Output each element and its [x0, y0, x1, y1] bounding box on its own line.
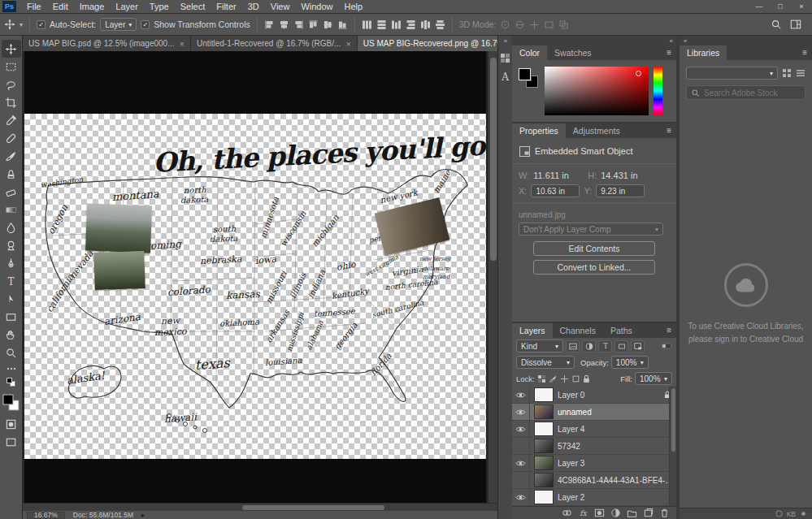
minimize-button[interactable]: —	[749, 0, 770, 13]
delete-layer-icon[interactable]	[659, 508, 670, 518]
convert-to-linked-button[interactable]: Convert to Linked...	[533, 260, 655, 275]
edit-contents-button[interactable]: Edit Contents	[533, 241, 655, 256]
menu-filter[interactable]: Filter	[211, 0, 241, 13]
menu-type[interactable]: Type	[144, 0, 175, 13]
layer-thumbnail[interactable]	[535, 405, 553, 418]
layer-name[interactable]: unnamed	[558, 408, 676, 417]
move-tool-preset-icon[interactable]	[4, 19, 15, 30]
filter-pixel-layers-icon[interactable]	[566, 340, 580, 352]
y-position-field[interactable]: 9.23 in	[596, 184, 645, 197]
layer-name[interactable]: 57342	[558, 442, 676, 451]
tool-preset-dropdown-icon[interactable]: ▾	[20, 21, 23, 28]
tab-channels[interactable]: Channels	[553, 323, 603, 338]
tab-adjustments[interactable]: Adjustments	[566, 123, 627, 138]
pen-tool[interactable]	[2, 254, 21, 272]
quick-mask-icon[interactable]	[5, 418, 17, 430]
close-button[interactable]: ×	[791, 0, 812, 13]
3d-slide-icon[interactable]	[544, 19, 554, 30]
menu-edit[interactable]: Edit	[47, 0, 74, 13]
move-tool[interactable]	[2, 40, 21, 58]
menu-image[interactable]: Image	[74, 0, 111, 13]
layer-name[interactable]: Layer 4	[558, 425, 676, 434]
lasso-tool[interactable]	[2, 76, 21, 93]
layers-scrollbar-thumb[interactable]	[671, 388, 675, 452]
layer-visibility-toggle[interactable]	[512, 404, 530, 420]
panel-menu-icon[interactable]: ≡	[662, 45, 676, 60]
hue-slider[interactable]	[654, 67, 662, 115]
blend-mode-dropdown[interactable]: Dissolve▾	[516, 356, 575, 369]
tab-layers[interactable]: Layers	[512, 323, 553, 338]
distribute-bottom-icon[interactable]	[391, 19, 402, 30]
canvas-area[interactable]: Oh, the places you'll go! washingtonoreg…	[23, 51, 497, 503]
layer-style-icon[interactable]: fx	[578, 508, 588, 518]
zoom-tool[interactable]	[2, 344, 21, 361]
filter-adjustment-layers-icon[interactable]	[582, 340, 596, 352]
blur-tool[interactable]	[2, 218, 21, 236]
library-view-list-icon[interactable]	[796, 68, 805, 78]
align-left-edges-icon[interactable]	[264, 19, 275, 30]
lock-pixels-icon[interactable]	[549, 374, 558, 383]
collapse-panels-icon[interactable]: «	[670, 37, 672, 45]
new-layer-icon[interactable]	[643, 508, 654, 518]
placed-photo[interactable]	[93, 251, 145, 290]
layer-mask-icon[interactable]	[594, 508, 605, 518]
edit-toolbar-icon[interactable]	[6, 366, 17, 371]
layer-row[interactable]: 4C9868A1-4A44-43A1-BFE4-5EF3299...	[512, 472, 676, 489]
menu-select[interactable]: Select	[175, 0, 211, 13]
3d-pan-icon[interactable]	[529, 19, 540, 30]
spot-healing-brush-tool[interactable]	[2, 129, 21, 147]
collapse-libraries-icon[interactable]: «	[684, 37, 686, 45]
layer-row[interactable]: Layer 2	[512, 489, 676, 506]
lock-transparency-icon[interactable]	[537, 374, 546, 383]
lock-artboard-icon[interactable]	[571, 374, 580, 383]
layer-comp-dropdown[interactable]: Don't Apply Layer Comp▾	[519, 223, 663, 236]
eyedropper-tool[interactable]	[2, 111, 21, 129]
layer-thumbnail[interactable]	[535, 474, 553, 487]
expand-panels-icon[interactable]: »	[504, 37, 506, 45]
auto-select-checkbox[interactable]: ✓	[37, 20, 46, 29]
document-tab[interactable]: US MAP BIG-Recovered.png @ 16.7% (unname…	[358, 36, 497, 51]
opacity-dropdown[interactable]: 100%▾	[611, 356, 649, 369]
path-selection-tool[interactable]	[2, 290, 21, 308]
character-panel-icon[interactable]: A	[502, 71, 509, 83]
tab-color[interactable]: Color	[512, 45, 547, 60]
layer-visibility-toggle[interactable]	[512, 387, 530, 403]
tab-swatches[interactable]: Swatches	[547, 45, 599, 60]
layer-visibility-toggle[interactable]	[512, 489, 530, 505]
zoom-level[interactable]: 16.67%	[27, 512, 65, 519]
clone-stamp-tool[interactable]	[2, 165, 21, 183]
document-image[interactable]: Oh, the places you'll go! washingtonoreg…	[24, 51, 486, 503]
vertical-scrollbar[interactable]	[488, 51, 497, 503]
3d-orbit-icon[interactable]	[500, 19, 510, 30]
distribute-horizontal-centers-icon[interactable]	[420, 19, 431, 30]
search-icon[interactable]	[771, 19, 782, 30]
rectangle-shape-tool[interactable]	[2, 308, 21, 326]
crop-tool[interactable]	[2, 93, 21, 111]
panel-menu-icon[interactable]: ≡	[662, 323, 676, 338]
3d-roll-icon[interactable]	[515, 19, 525, 30]
horizontal-scrollbar-thumb[interactable]	[242, 505, 384, 510]
layer-visibility-toggle[interactable]	[512, 438, 530, 454]
layer-row[interactable]: Layer 4	[512, 421, 676, 438]
layer-row[interactable]: Layer 3	[512, 455, 676, 472]
filter-shape-layers-icon[interactable]	[614, 340, 628, 352]
layer-thumbnail[interactable]	[535, 439, 553, 452]
menu-3d[interactable]: 3D	[242, 0, 265, 13]
saturation-brightness-field[interactable]	[545, 67, 649, 115]
fill-dropdown[interactable]: 100%▾	[635, 372, 672, 385]
filter-kind-dropdown[interactable]: Kind▾	[516, 340, 563, 352]
brush-tool[interactable]	[2, 147, 21, 165]
distribute-right-icon[interactable]	[435, 19, 445, 30]
tab-properties[interactable]: Properties	[512, 123, 566, 138]
layer-row[interactable]: unnamed	[512, 404, 676, 421]
menu-layer[interactable]: Layer	[110, 0, 144, 13]
vertical-scrollbar-thumb[interactable]	[490, 58, 497, 261]
layer-name[interactable]: 4C9868A1-4A44-43A1-BFE4-5EF3299...	[558, 476, 676, 485]
layer-visibility-toggle[interactable]	[512, 421, 530, 437]
swatches-panel-icon[interactable]	[500, 53, 510, 63]
layer-thumbnail[interactable]	[535, 456, 553, 469]
library-select-dropdown[interactable]: ▾	[686, 67, 778, 80]
document-tab[interactable]: US MAP BIG.psd @ 12.5% (image000...×	[23, 36, 191, 51]
dodge-tool[interactable]	[2, 236, 21, 254]
lock-all-icon[interactable]	[583, 374, 590, 383]
